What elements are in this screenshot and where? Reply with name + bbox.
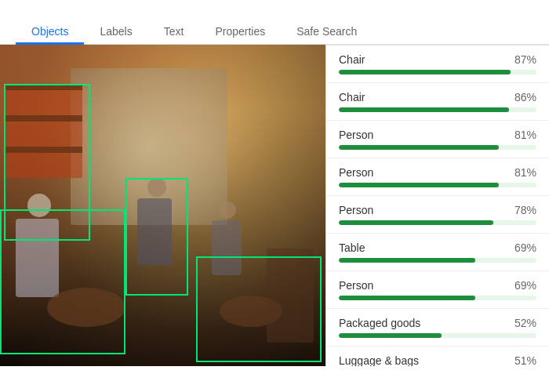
progress-bar-bg <box>339 107 536 112</box>
result-header-1: Chair 86% <box>339 91 536 103</box>
result-item: Luggage & bags 51% <box>326 347 549 366</box>
page-title <box>0 0 549 19</box>
result-label: Chair <box>339 91 365 103</box>
result-percent: 51% <box>514 354 536 366</box>
main-content: Chair 87% Chair 86% Person 81% <box>0 45 549 366</box>
progress-bar-fill <box>339 70 511 74</box>
result-header-6: Person 69% <box>339 279 536 292</box>
tab-labels[interactable]: Labels <box>84 19 147 44</box>
result-item: Packaged goods 52% <box>326 309 549 347</box>
progress-bar-fill <box>339 220 493 225</box>
result-header-5: Table 69% <box>339 241 536 254</box>
result-label: Person <box>339 279 373 292</box>
result-item: Person 78% <box>326 196 549 234</box>
page-container: Objects Labels Text Properties Safe Sear… <box>0 0 549 366</box>
progress-bar-bg <box>339 145 536 150</box>
result-item: Chair 87% <box>326 45 549 83</box>
results-panel: Chair 87% Chair 86% Person 81% <box>325 45 549 366</box>
image-panel <box>0 45 325 366</box>
progress-bar-fill <box>339 296 475 300</box>
bbox-person-left <box>0 209 125 354</box>
result-percent: 87% <box>514 53 536 66</box>
result-percent: 78% <box>514 204 536 216</box>
result-header-8: Luggage & bags 51% <box>339 354 536 366</box>
result-percent: 69% <box>514 279 536 292</box>
result-percent: 69% <box>514 241 536 254</box>
result-label: Packaged goods <box>339 317 420 329</box>
result-label: Luggage & bags <box>339 354 419 366</box>
tab-objects[interactable]: Objects <box>16 19 84 44</box>
tabs-container: Objects Labels Text Properties Safe Sear… <box>0 19 549 45</box>
tab-text[interactable]: Text <box>148 19 200 44</box>
tab-properties[interactable]: Properties <box>199 19 281 44</box>
result-label: Chair <box>339 53 365 66</box>
result-label: Table <box>339 241 365 254</box>
result-header-7: Packaged goods 52% <box>339 317 536 329</box>
tab-safe-search[interactable]: Safe Search <box>281 19 373 44</box>
bbox-table-area <box>196 256 322 362</box>
progress-bar-fill <box>339 107 509 112</box>
progress-bar-bg <box>339 333 536 338</box>
result-header-3: Person 81% <box>339 166 536 179</box>
result-label: Person <box>339 129 373 141</box>
result-percent: 81% <box>514 166 536 179</box>
result-item: Person 81% <box>326 121 549 158</box>
progress-bar-fill <box>339 183 499 187</box>
result-percent: 86% <box>514 91 536 103</box>
result-header-4: Person 78% <box>339 204 536 216</box>
result-item: Table 69% <box>326 234 549 271</box>
progress-bar-bg <box>339 183 536 187</box>
result-item: Person 81% <box>326 158 549 196</box>
result-header-0: Chair 87% <box>339 53 536 66</box>
progress-bar-fill <box>339 333 442 338</box>
result-label: Person <box>339 166 373 179</box>
result-header-2: Person 81% <box>339 129 536 141</box>
cafe-image <box>0 45 325 366</box>
result-item: Chair 86% <box>326 83 549 121</box>
progress-bar-bg <box>339 258 536 263</box>
progress-bar-bg <box>339 220 536 225</box>
result-percent: 81% <box>514 129 536 141</box>
progress-bar-bg <box>339 70 536 74</box>
progress-bar-fill <box>339 258 475 263</box>
result-label: Person <box>339 204 373 216</box>
result-percent: 52% <box>514 317 536 329</box>
progress-bar-bg <box>339 296 536 300</box>
progress-bar-fill <box>339 145 499 150</box>
bbox-person-middle <box>125 178 188 296</box>
result-item: Person 69% <box>326 271 549 309</box>
